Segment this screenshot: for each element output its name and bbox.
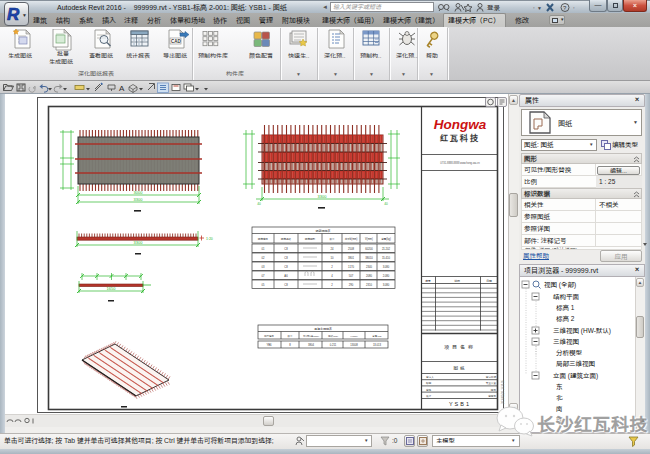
svg-text:10: 10	[331, 256, 334, 260]
svg-text:21.202: 21.202	[382, 247, 391, 251]
svg-text:3.080: 3.080	[383, 283, 390, 287]
svg-text:C8: C8	[284, 256, 288, 260]
svg-text:体积(m3): 体积(m3)	[328, 335, 338, 338]
svg-text:3.080: 3.080	[383, 265, 390, 269]
svg-text:1650: 1650	[107, 286, 117, 291]
svg-text:V(mm): V(mm)	[350, 335, 358, 338]
svg-text:1170: 1170	[348, 265, 354, 269]
svg-text:2080: 2080	[366, 274, 372, 278]
svg-text:图纸: 图纸	[454, 366, 467, 371]
svg-text:南: 南	[556, 405, 563, 413]
svg-text:单长b(mm): 单长b(mm)	[345, 237, 358, 241]
svg-text:03: 03	[262, 265, 265, 269]
svg-text:13008: 13008	[350, 343, 358, 347]
svg-text:40: 40	[384, 202, 388, 206]
svg-text:登录: 登录	[487, 4, 501, 12]
svg-text:钢筋图形: 钢筋图形	[305, 237, 316, 241]
svg-text:审核: 审核	[426, 388, 432, 392]
svg-text:V(mm): V(mm)	[365, 237, 373, 241]
svg-text:02: 02	[262, 256, 265, 260]
svg-text:▼: ▼	[537, 5, 542, 11]
svg-text:3300: 3300	[318, 194, 328, 199]
svg-text:立面 (建筑立面): 立面 (建筑立面)	[553, 372, 598, 380]
svg-text:38010: 38010	[365, 256, 373, 260]
svg-text:审图号: 审图号	[488, 394, 496, 398]
svg-text:北: 北	[556, 394, 563, 401]
svg-text:3000: 3000	[134, 190, 144, 195]
svg-text:A: A	[119, 83, 125, 93]
svg-text:总重(kg): 总重(kg)	[372, 334, 381, 338]
svg-text:CAD: CAD	[171, 39, 181, 44]
svg-text:钢筋编号: 钢筋编号	[258, 237, 269, 241]
svg-text:项目名称: 项目名称	[444, 344, 476, 350]
svg-text:·: ·	[573, 4, 575, 11]
svg-text:标高 1: 标高 1	[556, 304, 575, 312]
svg-text:混凝土明细表: 混凝土明细表	[314, 327, 332, 331]
svg-text:说明: 说明	[454, 279, 460, 283]
svg-text:01: 01	[262, 247, 265, 251]
svg-text:序号: 序号	[425, 279, 431, 283]
svg-text:40: 40	[257, 202, 261, 206]
svg-text:C8: C8	[284, 265, 288, 269]
svg-text:2508: 2508	[348, 247, 354, 251]
svg-text:分析模型: 分析模型	[556, 349, 583, 357]
svg-text:3801: 3801	[348, 256, 354, 260]
svg-text:钢筋明细表: 钢筋明细表	[315, 229, 330, 233]
svg-text:2.080: 2.080	[383, 274, 390, 278]
svg-text:三维视图 (HW-默认): 三维视图 (HW-默认)	[553, 327, 611, 335]
svg-text:YB6: YB6	[266, 343, 272, 347]
svg-text:三维视图: 三维视图	[553, 338, 579, 346]
svg-text:13.013: 13.013	[373, 343, 382, 347]
svg-text:07: 07	[262, 274, 265, 278]
svg-text:290: 290	[349, 283, 354, 287]
svg-text:2016/05/20 10:20:35: 2016/05/20 10:20:35	[501, 380, 505, 404]
svg-text:60200: 60200	[365, 247, 373, 251]
svg-text:0.211: 0.211	[330, 343, 337, 347]
svg-text:绘图: 绘图	[426, 381, 432, 385]
svg-text:审定人: 审定人	[426, 375, 434, 379]
svg-text:3804: 3804	[308, 343, 314, 347]
svg-text:3300: 3300	[134, 197, 144, 202]
svg-text:结构平面: 结构平面	[553, 293, 580, 301]
svg-text:钢筋规格: 钢筋规格	[281, 237, 292, 241]
svg-text:东: 东	[556, 383, 563, 391]
svg-text:15.410: 15.410	[382, 256, 391, 260]
svg-text:2310: 2310	[366, 283, 372, 287]
svg-text:R: R	[7, 5, 20, 24]
svg-text:0731-8888-8888 www.hong-wa.cn: 0731-8888-8888 www.hong-wa.cn	[440, 161, 480, 165]
svg-text:构件编号: 构件编号	[264, 334, 275, 338]
svg-text:?: ?	[563, 4, 567, 11]
svg-text:审定日期: 审定日期	[486, 375, 497, 379]
svg-text:C8: C8	[284, 247, 288, 251]
svg-text:05: 05	[262, 283, 265, 287]
svg-text:数量: 数量	[329, 237, 335, 241]
svg-text:A6: A6	[284, 274, 288, 278]
svg-text:数量: 数量	[287, 335, 293, 338]
svg-text:总重(kg): 总重(kg)	[381, 237, 391, 241]
svg-text:507: 507	[349, 274, 354, 278]
svg-text:标高 2: 标高 2	[556, 315, 575, 323]
svg-text:Hongwa: Hongwa	[434, 117, 487, 132]
svg-text:红瓦科技: 红瓦科技	[440, 133, 480, 143]
svg-text:3300: 3300	[134, 240, 144, 245]
svg-text:设计: 设计	[426, 394, 432, 398]
svg-text:长×宽×高(mm): 长×宽×高(mm)	[303, 334, 319, 338]
svg-text:YSB1: YSB1	[449, 401, 471, 407]
svg-text:视图 (全部): 视图 (全部)	[544, 281, 576, 289]
svg-text:·: ·	[533, 4, 535, 11]
svg-text:24: 24	[331, 247, 334, 251]
svg-text:1:20: 1:20	[206, 237, 213, 241]
svg-text:图号: 图号	[491, 388, 497, 392]
svg-text:日期: 日期	[486, 279, 492, 283]
svg-text:2340: 2340	[366, 265, 372, 269]
svg-text:专业负责: 专业负责	[486, 381, 497, 385]
svg-text:局部三维视图: 局部三维视图	[556, 360, 595, 368]
svg-text:C8: C8	[284, 283, 288, 287]
